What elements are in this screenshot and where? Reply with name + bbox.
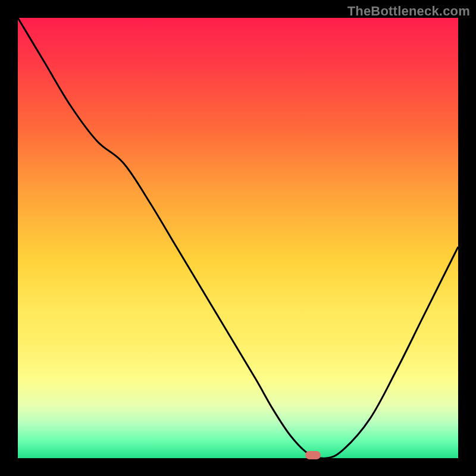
watermark-label: TheBottleneck.com xyxy=(347,4,470,19)
curve-path xyxy=(18,18,458,458)
plot-area xyxy=(18,18,458,458)
bottleneck-curve xyxy=(18,18,458,458)
optimum-marker xyxy=(305,451,321,459)
chart-canvas: TheBottleneck.com xyxy=(0,0,476,476)
